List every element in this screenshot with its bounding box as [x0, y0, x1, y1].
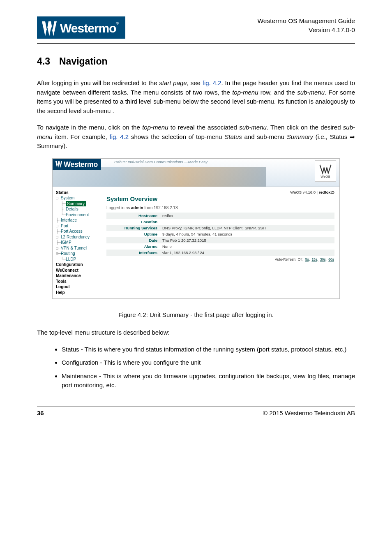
brand-logo-mark [41, 21, 58, 36]
nav-logout[interactable]: Logout [56, 284, 102, 290]
nav-l2-redundancy[interactable]: L2 Redundancy [61, 235, 90, 239]
refresh-60s[interactable]: 60s [328, 257, 334, 261]
brand-logo: Westermo ® [37, 16, 125, 39]
refresh-off[interactable]: Off, [298, 257, 304, 261]
list-item: Maintenance - This is where you do firmw… [62, 372, 355, 390]
footer-copyright: © 2015 Westermo Teleindustri AB [263, 409, 355, 416]
nav-configuration[interactable]: Configuration [56, 262, 102, 268]
list-item: Configuration - This is where you config… [62, 358, 355, 368]
shot-login-info: Logged in as admin from 192.168.2.13 [106, 206, 334, 210]
list-intro: The top-level menu structure is describe… [37, 328, 355, 338]
refresh-5s[interactable]: 5s, [305, 257, 310, 261]
shot-brand-logo: Westermo [53, 159, 101, 170]
shot-page-title: System Overview [106, 195, 334, 202]
nav-details[interactable]: Details [66, 207, 78, 211]
table-row: Hostnameredfox [106, 213, 334, 219]
menu-structure-list: Status - This is where you find status i… [37, 345, 355, 390]
refresh-30s[interactable]: 30s, [320, 257, 327, 261]
nav-vpn-tunnel[interactable]: VPN & Tunnel [61, 246, 87, 250]
table-row: AlarmsNone [106, 243, 334, 250]
paragraph-1: After logging in you will be redirected … [37, 79, 355, 116]
nav-weconnect[interactable]: WeConnect [56, 268, 102, 273]
table-row: Interfacesvlan1, 192.168.2.93 / 24 [106, 250, 334, 256]
doc-title: Westermo OS Management Guide [258, 16, 355, 25]
shot-tagline: Robust Industrial Data Communications —M… [114, 160, 208, 164]
figure-4-2-screenshot: Westermo Robust Industrial Data Communic… [52, 158, 340, 299]
section-title: Navigation [59, 56, 108, 67]
nav-lldp[interactable]: LLDP [66, 257, 76, 261]
table-row: Running ServicesDNS Proxy, IGMP, IPConfi… [106, 225, 334, 231]
shot-banner-bg [53, 167, 266, 187]
shot-auto-refresh: Auto-Refresh: Off, 5s, 15s, 30s, 60s [106, 257, 334, 261]
fig-4-2-link-2[interactable]: fig. 4.2 [110, 133, 129, 140]
doc-version: Version 4.17.0-0 [258, 25, 355, 35]
table-row: DateThu Feb 1 20:27:32 2015 [106, 237, 334, 243]
nav-igmp[interactable]: IGMP [61, 240, 71, 245]
nav-maintenance[interactable]: Maintenance [56, 273, 102, 279]
header-rule [37, 43, 355, 44]
table-row: Uptime9 days, 4 hours, 54 minutes, 41 se… [106, 231, 334, 237]
figure-caption: Figure 4.2: Unit Summary - the first pag… [37, 311, 355, 318]
nav-system[interactable]: System [61, 196, 74, 200]
page-number: 36 [37, 409, 44, 416]
nav-tools[interactable]: Tools [56, 279, 102, 284]
nav-routing[interactable]: Routing [61, 251, 75, 256]
shot-status-line: WeOS v4.16.0 | redfox@ [106, 190, 334, 194]
brand-logo-reg: ® [116, 21, 119, 25]
list-item: Status - This is where you find status i… [62, 345, 355, 354]
nav-summary[interactable]: Summary [66, 201, 86, 207]
nav-help[interactable]: Help [56, 290, 102, 296]
refresh-15s[interactable]: 15s, [311, 257, 318, 261]
shot-overview-table: Hostnameredfox Location Running Services… [106, 213, 334, 256]
nav-port-access[interactable]: Port Access [61, 229, 83, 234]
paragraph-2: To navigate in the menu, click on the to… [37, 123, 355, 151]
shot-sidebar: Status ⊟─System ├─Summary ├─Details └─En… [53, 187, 104, 299]
section-number: 4.3 [37, 56, 50, 67]
footer-rule [37, 407, 355, 407]
fig-4-2-link[interactable]: fig. 4.2 [203, 79, 221, 86]
nav-port[interactable]: Port [61, 224, 68, 228]
nav-interface[interactable]: Interface [61, 218, 77, 222]
nav-environment[interactable]: Environment [66, 213, 89, 217]
brand-logo-text: Westermo [60, 21, 116, 35]
nav-status[interactable]: Status [56, 190, 102, 196]
table-row: Location [106, 219, 334, 225]
shot-weos-logo: WeOS [315, 160, 336, 182]
